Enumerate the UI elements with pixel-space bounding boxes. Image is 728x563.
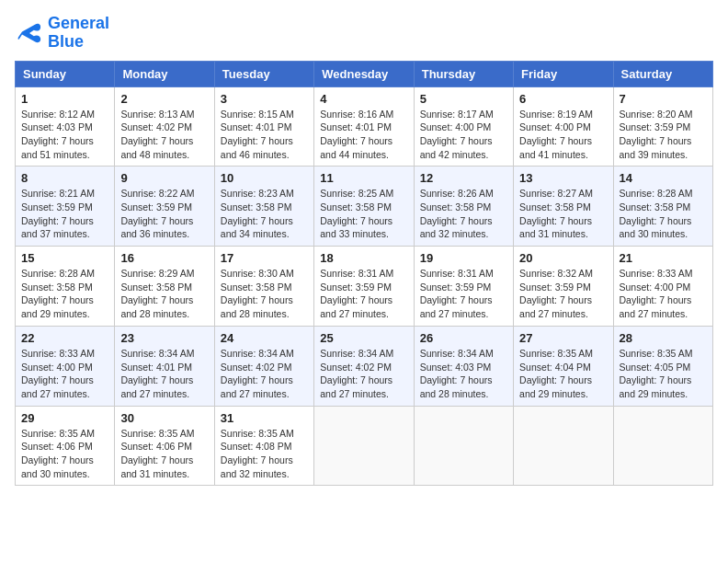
calendar-day-cell: 21 Sunrise: 8:33 AM Sunset: 4:00 PM Dayl… (613, 247, 712, 327)
day-number: 24 (221, 331, 308, 345)
day-info: Sunrise: 8:17 AM Sunset: 4:00 PM Dayligh… (420, 108, 507, 162)
day-info: Sunrise: 8:31 AM Sunset: 3:59 PM Dayligh… (420, 267, 507, 321)
calendar-week-row: 22 Sunrise: 8:33 AM Sunset: 4:00 PM Dayl… (16, 326, 713, 406)
calendar-day-cell: 8 Sunrise: 8:21 AM Sunset: 3:59 PM Dayli… (16, 167, 115, 247)
day-number: 30 (120, 411, 208, 425)
calendar-day-cell (414, 406, 513, 486)
day-info: Sunrise: 8:20 AM Sunset: 3:59 PM Dayligh… (620, 108, 707, 162)
day-number: 25 (320, 331, 407, 345)
day-info: Sunrise: 8:22 AM Sunset: 3:59 PM Dayligh… (120, 187, 208, 241)
day-info: Sunrise: 8:13 AM Sunset: 4:02 PM Dayligh… (120, 108, 208, 162)
day-info: Sunrise: 8:23 AM Sunset: 3:58 PM Dayligh… (221, 187, 308, 241)
day-number: 4 (320, 92, 407, 106)
day-number: 23 (120, 331, 208, 345)
day-number: 21 (620, 251, 707, 265)
day-info: Sunrise: 8:27 AM Sunset: 3:58 PM Dayligh… (519, 187, 607, 241)
day-info: Sunrise: 8:28 AM Sunset: 3:58 PM Dayligh… (620, 187, 707, 241)
calendar-day-cell: 26 Sunrise: 8:34 AM Sunset: 4:03 PM Dayl… (414, 326, 513, 406)
calendar-day-cell: 9 Sunrise: 8:22 AM Sunset: 3:59 PM Dayli… (115, 167, 214, 247)
day-number: 8 (21, 171, 108, 185)
day-info: Sunrise: 8:15 AM Sunset: 4:01 PM Dayligh… (221, 108, 308, 162)
day-number: 12 (420, 171, 507, 185)
day-number: 1 (21, 92, 108, 106)
weekday-header: Monday (115, 61, 214, 86)
day-number: 31 (221, 411, 308, 425)
day-number: 3 (221, 92, 308, 106)
day-number: 26 (420, 331, 507, 345)
day-info: Sunrise: 8:21 AM Sunset: 3:59 PM Dayligh… (21, 187, 108, 241)
calendar-day-cell: 30 Sunrise: 8:35 AM Sunset: 4:06 PM Dayl… (115, 406, 214, 486)
day-info: Sunrise: 8:35 AM Sunset: 4:05 PM Dayligh… (620, 347, 707, 401)
logo-text: General Blue (48, 15, 109, 52)
day-number: 5 (420, 92, 507, 106)
calendar-day-cell: 10 Sunrise: 8:23 AM Sunset: 3:58 PM Dayl… (214, 167, 313, 247)
calendar-day-cell: 3 Sunrise: 8:15 AM Sunset: 4:01 PM Dayli… (214, 86, 313, 167)
day-info: Sunrise: 8:34 AM Sunset: 4:03 PM Dayligh… (420, 347, 507, 401)
calendar-day-cell (314, 406, 414, 486)
calendar-day-cell: 15 Sunrise: 8:28 AM Sunset: 3:58 PM Dayl… (16, 247, 115, 327)
calendar-day-cell: 27 Sunrise: 8:35 AM Sunset: 4:04 PM Dayl… (514, 326, 613, 406)
calendar-day-cell: 24 Sunrise: 8:34 AM Sunset: 4:02 PM Dayl… (214, 326, 313, 406)
calendar-day-cell: 5 Sunrise: 8:17 AM Sunset: 4:00 PM Dayli… (414, 86, 513, 167)
calendar-day-cell: 1 Sunrise: 8:12 AM Sunset: 4:03 PM Dayli… (16, 86, 115, 167)
day-number: 17 (221, 251, 308, 265)
day-number: 29 (21, 411, 108, 425)
weekday-header: Friday (514, 61, 613, 86)
calendar-day-cell: 23 Sunrise: 8:34 AM Sunset: 4:01 PM Dayl… (115, 326, 214, 406)
weekday-header: Tuesday (214, 61, 313, 86)
day-info: Sunrise: 8:26 AM Sunset: 3:58 PM Dayligh… (420, 187, 507, 241)
day-info: Sunrise: 8:28 AM Sunset: 3:58 PM Dayligh… (21, 267, 108, 321)
day-info: Sunrise: 8:16 AM Sunset: 4:01 PM Dayligh… (320, 108, 407, 162)
day-info: Sunrise: 8:34 AM Sunset: 4:02 PM Dayligh… (221, 347, 308, 401)
day-info: Sunrise: 8:32 AM Sunset: 3:59 PM Dayligh… (519, 267, 607, 321)
calendar-week-row: 15 Sunrise: 8:28 AM Sunset: 3:58 PM Dayl… (16, 247, 713, 327)
weekday-header: Sunday (16, 61, 115, 86)
calendar-day-cell: 28 Sunrise: 8:35 AM Sunset: 4:05 PM Dayl… (613, 326, 712, 406)
day-number: 2 (120, 92, 208, 106)
calendar-day-cell: 22 Sunrise: 8:33 AM Sunset: 4:00 PM Dayl… (16, 326, 115, 406)
calendar-day-cell: 20 Sunrise: 8:32 AM Sunset: 3:59 PM Dayl… (514, 247, 613, 327)
day-number: 16 (120, 251, 208, 265)
day-number: 7 (620, 92, 707, 106)
day-info: Sunrise: 8:31 AM Sunset: 3:59 PM Dayligh… (320, 267, 407, 321)
day-number: 14 (620, 171, 707, 185)
day-info: Sunrise: 8:35 AM Sunset: 4:06 PM Dayligh… (120, 427, 208, 481)
weekday-header: Saturday (613, 61, 712, 86)
calendar-day-cell: 19 Sunrise: 8:31 AM Sunset: 3:59 PM Dayl… (414, 247, 513, 327)
logo: General Blue (15, 15, 109, 52)
day-number: 22 (21, 331, 108, 345)
calendar-day-cell: 25 Sunrise: 8:34 AM Sunset: 4:02 PM Dayl… (314, 326, 414, 406)
day-number: 18 (320, 251, 407, 265)
calendar-day-cell: 11 Sunrise: 8:25 AM Sunset: 3:58 PM Dayl… (314, 167, 414, 247)
day-number: 28 (620, 331, 707, 345)
day-info: Sunrise: 8:35 AM Sunset: 4:06 PM Dayligh… (21, 427, 108, 481)
calendar-day-cell: 6 Sunrise: 8:19 AM Sunset: 4:00 PM Dayli… (514, 86, 613, 167)
day-info: Sunrise: 8:33 AM Sunset: 4:00 PM Dayligh… (620, 267, 707, 321)
day-info: Sunrise: 8:29 AM Sunset: 3:58 PM Dayligh… (120, 267, 208, 321)
day-number: 9 (120, 171, 208, 185)
day-info: Sunrise: 8:30 AM Sunset: 3:58 PM Dayligh… (221, 267, 308, 321)
page-header: General Blue (15, 15, 713, 52)
weekday-header: Thursday (414, 61, 513, 86)
day-number: 6 (519, 92, 607, 106)
day-info: Sunrise: 8:12 AM Sunset: 4:03 PM Dayligh… (21, 108, 108, 162)
day-number: 19 (420, 251, 507, 265)
calendar-day-cell: 29 Sunrise: 8:35 AM Sunset: 4:06 PM Dayl… (16, 406, 115, 486)
day-number: 27 (519, 331, 607, 345)
calendar-week-row: 29 Sunrise: 8:35 AM Sunset: 4:06 PM Dayl… (16, 406, 713, 486)
day-number: 20 (519, 251, 607, 265)
calendar-week-row: 8 Sunrise: 8:21 AM Sunset: 3:59 PM Dayli… (16, 167, 713, 247)
weekday-header: Wednesday (314, 61, 414, 86)
day-number: 13 (519, 171, 607, 185)
calendar-day-cell: 17 Sunrise: 8:30 AM Sunset: 3:58 PM Dayl… (214, 247, 313, 327)
calendar-day-cell (613, 406, 712, 486)
logo-icon (15, 18, 44, 48)
day-info: Sunrise: 8:35 AM Sunset: 4:04 PM Dayligh… (519, 347, 607, 401)
calendar-day-cell: 16 Sunrise: 8:29 AM Sunset: 3:58 PM Dayl… (115, 247, 214, 327)
calendar-header-row: SundayMondayTuesdayWednesdayThursdayFrid… (16, 61, 713, 86)
calendar-day-cell: 31 Sunrise: 8:35 AM Sunset: 4:08 PM Dayl… (214, 406, 313, 486)
calendar-day-cell: 14 Sunrise: 8:28 AM Sunset: 3:58 PM Dayl… (613, 167, 712, 247)
calendar-day-cell: 7 Sunrise: 8:20 AM Sunset: 3:59 PM Dayli… (613, 86, 712, 167)
day-info: Sunrise: 8:34 AM Sunset: 4:01 PM Dayligh… (120, 347, 208, 401)
calendar-week-row: 1 Sunrise: 8:12 AM Sunset: 4:03 PM Dayli… (16, 86, 713, 167)
